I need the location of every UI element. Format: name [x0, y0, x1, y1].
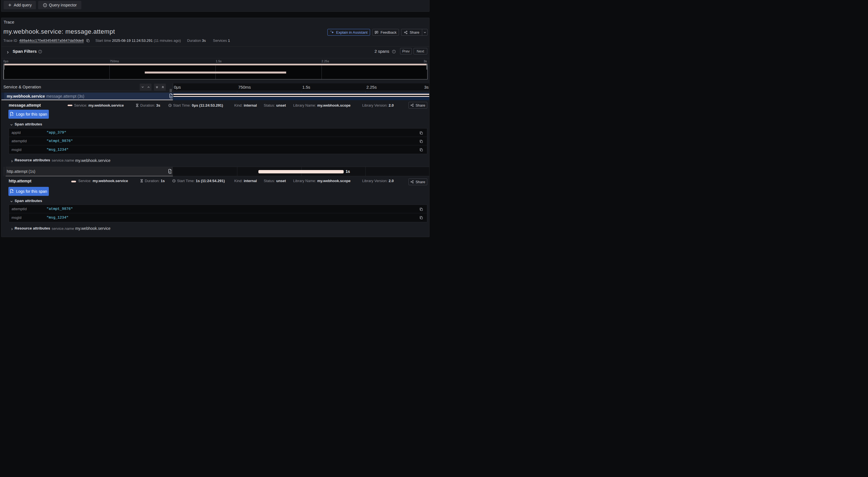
- svg-text:LOG: LOG: [11, 191, 13, 193]
- svg-text:LOG: LOG: [11, 114, 13, 116]
- svg-text:LOG: LOG: [169, 171, 172, 173]
